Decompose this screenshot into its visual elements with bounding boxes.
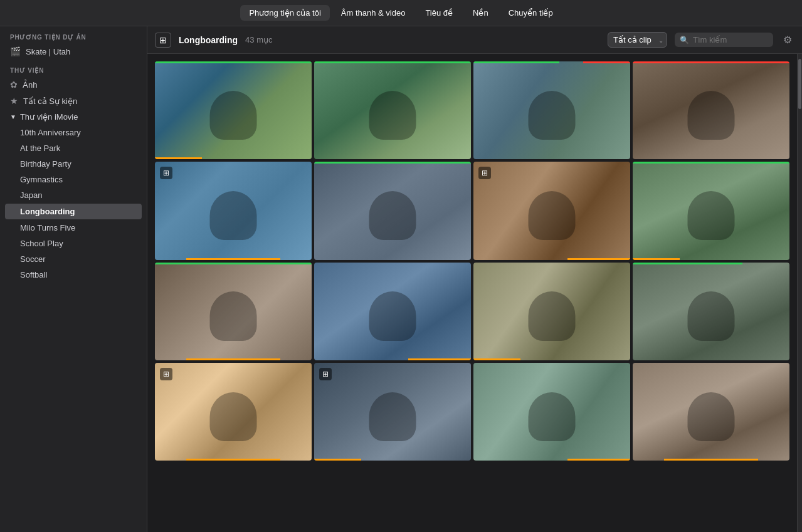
media-thumb-13[interactable]: ⊞	[155, 363, 312, 461]
thumb-bar-top	[633, 263, 789, 264]
filter-select[interactable]: Tất cả clip	[608, 32, 667, 48]
thumb-figure	[210, 291, 257, 340]
media-thumb-4[interactable]	[633, 61, 789, 159]
thumb-bar-bottom	[664, 459, 758, 461]
sidebar-item-softball[interactable]: Softball	[0, 267, 147, 283]
sidebar-item-all-events[interactable]: ★ Tất cả Sự kiện	[0, 93, 147, 109]
sidebar-item-photos[interactable]: ✿ Ảnh	[0, 76, 147, 93]
imovie-library-label: Thư viện iMovie	[20, 112, 78, 122]
content-count: 43 mục	[245, 35, 272, 44]
sidebar-item-10th-anniversary[interactable]: 10th Anniversary	[0, 125, 147, 140]
thumb-figure	[210, 392, 257, 441]
thumb-figure	[210, 191, 257, 240]
sidebar-item-at-the-park[interactable]: At the Park	[0, 140, 147, 156]
sidebar-item-school-play[interactable]: School Play	[0, 236, 147, 251]
clip-icon: ⊞	[160, 167, 172, 179]
thumb-bar-bottom	[186, 459, 280, 461]
thumb-bar-top	[633, 162, 789, 164]
thumb-figure	[369, 291, 416, 340]
thumb-figure	[210, 91, 257, 140]
thumb-bar-top	[633, 61, 789, 63]
thumb-bar-top	[155, 61, 312, 63]
sidebar-item-birthday-party[interactable]: Birthday Party	[0, 156, 147, 172]
thumb-figure	[529, 291, 576, 340]
imovie-library-header[interactable]: ▼ Thư viện iMovie	[0, 109, 147, 125]
main-layout: PHƯƠNG TIỆN DỰ ÁN 🎬 Skate | Utah THƯ VIỆ…	[0, 26, 802, 532]
media-thumb-10[interactable]	[314, 263, 471, 360]
thumb-bar-bottom	[408, 358, 471, 360]
thumb-bar-top	[314, 162, 471, 164]
sidebar: PHƯƠNG TIỆN DỰ ÁN 🎬 Skate | Utah THƯ VIỆ…	[0, 26, 147, 532]
thumb-bar-top	[155, 263, 312, 264]
media-thumb-16[interactable]	[633, 363, 789, 461]
thumb-bar-bottom	[633, 258, 680, 260]
settings-button[interactable]: ⚙	[781, 31, 794, 48]
chevron-down-icon: ▼	[10, 113, 16, 120]
media-thumb-15[interactable]	[473, 363, 630, 461]
media-thumb-11[interactable]	[473, 263, 630, 360]
thumb-bar-bottom	[567, 258, 630, 260]
thumb-bar-top	[314, 61, 471, 63]
media-thumb-9[interactable]	[155, 263, 312, 360]
thumb-figure	[369, 191, 416, 240]
sidebar-item-gymnastics[interactable]: Gymnastics	[0, 172, 147, 187]
sidebar-all-events-label: Tất cả Sự kiện	[23, 96, 77, 106]
sidebar-item-project-label: Skate | Utah	[26, 47, 70, 56]
thumb-bar-bottom	[186, 258, 280, 260]
sidebar-item-milo-turns-five[interactable]: Milo Turns Five	[0, 220, 147, 236]
thumb-bar-top	[473, 61, 630, 63]
library-items-list: 10th AnniversaryAt the ParkBirthday Part…	[0, 125, 147, 283]
scrollbar[interactable]	[797, 54, 802, 532]
thumb-figure	[688, 91, 735, 140]
content-area: ⊞ Longboarding 43 mục Tất cả clip ⌄ 🔍 ⚙ …	[147, 26, 802, 532]
star-icon: ★	[10, 96, 18, 106]
media-thumb-6[interactable]	[314, 162, 471, 259]
thumb-figure	[688, 392, 735, 441]
thumb-bar-bottom	[473, 358, 520, 360]
grid-toggle-button[interactable]: ⊞	[155, 33, 171, 48]
media-thumb-3[interactable]	[473, 61, 630, 159]
search-input[interactable]	[693, 35, 768, 44]
media-thumb-14[interactable]: ⊞	[314, 363, 471, 461]
media-thumb-12[interactable]	[633, 263, 789, 360]
media-thumb-2[interactable]	[314, 61, 471, 159]
library-section-title: THƯ VIỆN	[0, 60, 147, 76]
search-icon: 🔍	[680, 36, 689, 44]
tab-titles[interactable]: Tiêu đề	[416, 5, 462, 21]
media-thumb-8[interactable]	[633, 162, 789, 259]
scrollbar-thumb[interactable]	[798, 59, 801, 109]
film-icon: 🎬	[10, 46, 21, 56]
clip-icon: ⊞	[319, 368, 332, 380]
thumb-bar-bottom	[314, 459, 361, 461]
grid-and-scrollbar: ⊞⊞⊞⊞	[147, 54, 802, 532]
sidebar-item-longboarding[interactable]: Longboarding	[5, 204, 142, 219]
thumb-figure	[369, 392, 416, 441]
media-thumb-5[interactable]: ⊞	[155, 162, 312, 259]
clip-icon: ⊞	[478, 167, 491, 179]
thumb-bar-bottom	[567, 459, 630, 461]
thumb-figure	[529, 91, 576, 140]
thumb-bar-bottom	[155, 157, 202, 159]
tab-backgrounds[interactable]: Nền	[464, 5, 497, 21]
tab-my-media[interactable]: Phương tiện của tôi	[240, 5, 329, 21]
thumb-figure	[369, 91, 416, 140]
thumb-bar-bottom	[186, 358, 280, 360]
thumb-figure	[529, 191, 576, 240]
top-navigation: Phương tiện của tôi Âm thanh & video Tiê…	[0, 0, 802, 26]
photos-icon: ✿	[10, 80, 18, 90]
tab-audio-video[interactable]: Âm thanh & video	[332, 5, 414, 21]
tab-transitions[interactable]: Chuyển tiếp	[500, 5, 562, 21]
media-thumb-1[interactable]	[155, 61, 312, 159]
sidebar-item-soccer[interactable]: Soccer	[0, 251, 147, 267]
filter-dropdown-wrapper: Tất cả clip ⌄	[608, 32, 667, 48]
sidebar-item-project[interactable]: 🎬 Skate | Utah	[0, 43, 147, 60]
sidebar-item-japan[interactable]: Japan	[0, 187, 147, 203]
thumb-figure	[529, 392, 576, 441]
media-grid: ⊞⊞⊞⊞	[147, 54, 797, 532]
media-thumb-7[interactable]: ⊞	[473, 162, 630, 259]
content-title: Longboarding	[179, 35, 238, 45]
sidebar-photos-label: Ảnh	[23, 80, 37, 90]
search-box: 🔍	[675, 33, 773, 47]
clip-icon: ⊞	[160, 368, 172, 380]
thumb-figure	[688, 191, 735, 240]
